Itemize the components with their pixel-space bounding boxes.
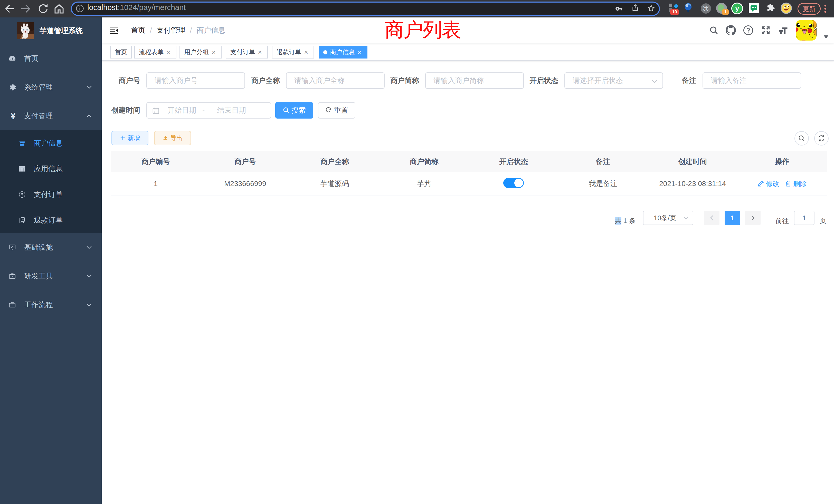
svg-text:y: y [736,5,739,12]
svg-text:⌘: ⌘ [703,5,709,12]
svg-text:¥: ¥ [10,111,16,121]
